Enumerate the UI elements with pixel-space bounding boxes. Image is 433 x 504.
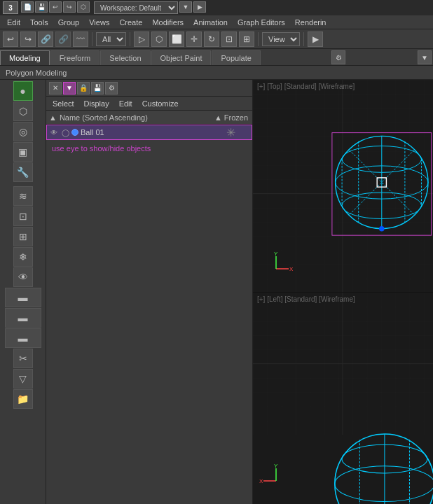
small-rect-btn[interactable]: ▬ (5, 328, 41, 348)
svg-point-15 (379, 226, 385, 232)
object-properties-btn[interactable]: ⊡ (13, 206, 33, 226)
render-icon[interactable]: ◯ (60, 127, 70, 137)
separator3 (258, 32, 259, 46)
redo-btn[interactable]: ↪ (63, 1, 76, 13)
tab-arrow-btn[interactable]: ▼ (418, 50, 432, 64)
workspace-more-btn[interactable]: ▶ (193, 1, 206, 13)
row-object-name: Ball 01 (81, 128, 209, 136)
filter-panel-btn[interactable]: ▽ (13, 369, 33, 388)
explorer-edit-menu[interactable]: Edit (116, 98, 136, 109)
motion-btn[interactable]: ◎ (13, 122, 33, 141)
separator2 (130, 32, 130, 46)
grid-btn[interactable]: ⊞ (13, 227, 33, 246)
menu-rendering[interactable]: Renderin (291, 17, 331, 28)
close-explorer-btn[interactable]: ✕ (49, 82, 62, 94)
menu-tools[interactable]: Tools (26, 17, 53, 28)
explorer-display-menu[interactable]: Display (81, 98, 113, 109)
undo-toolbar-btn[interactable]: ↩ (3, 31, 18, 47)
hierarchy-btn[interactable]: ⬡ (13, 102, 33, 121)
menu-views[interactable]: Views (85, 17, 114, 28)
axis-gizmo-left: X Y (259, 463, 294, 498)
main-toolbar: ↩ ↪ 🔗 🔗 〰 All ▷ ⬡ ⬜ ✛ ↻ ⊡ ⊞ View ▶ (0, 29, 433, 49)
tab-selection[interactable]: Selection (100, 50, 150, 65)
bind-btn[interactable]: 〰 (73, 31, 88, 47)
save-explorer-btn[interactable]: 💾 (91, 82, 104, 94)
workspace-expand-btn[interactable]: ▼ (179, 1, 192, 13)
redo-toolbar-btn[interactable]: ↪ (20, 31, 36, 47)
undo-btn[interactable]: ↩ (49, 1, 62, 13)
mid-rect-btn[interactable]: ▬ (5, 308, 41, 328)
unlink-btn[interactable]: 🔗 (55, 31, 71, 47)
explorer-row-ball01[interactable]: 👁 ◯ Ball 01 ✳ (46, 125, 252, 140)
explorer-list: 👁 ◯ Ball 01 ✳ use eye to show/hide objec… (46, 125, 252, 504)
open-file-btn[interactable]: 📄 (21, 1, 34, 13)
mirror-btn[interactable]: ⊞ (239, 31, 254, 47)
save-file-btn[interactable]: 💾 (35, 1, 48, 13)
menu-create[interactable]: Create (115, 17, 146, 28)
viewport-left[interactable]: [+] [Left] [Standard] [Wireframe] (253, 293, 433, 505)
app-logo: 3 (3, 1, 18, 14)
left-sidebar: ● ⬡ ◎ ▣ 🔧 ≋ ⊡ ⊞ ❄ 👁 ▬ ▬ ▬ ✂ ▽ 📁 (0, 80, 46, 504)
folder-panel-btn[interactable]: 📁 (13, 389, 33, 409)
svg-text:Y: Y (274, 463, 278, 469)
select-region-btn[interactable]: ⬡ (151, 31, 167, 47)
cut-btn[interactable]: ✂ (13, 349, 33, 368)
modifier-list-btn[interactable]: ≋ (13, 186, 33, 206)
rotate-btn[interactable]: ↻ (204, 31, 219, 47)
rect-select-btn[interactable]: ⬜ (169, 31, 184, 47)
scale-btn[interactable]: ⊡ (221, 31, 237, 47)
display-panel-btn[interactable]: ▣ (13, 142, 33, 162)
object-color-dot (71, 129, 78, 136)
move-btn[interactable]: ✛ (186, 31, 202, 47)
workspace-dropdown[interactable]: Workspace: Default (94, 1, 178, 14)
config-explorer-btn[interactable]: ⚙ (105, 82, 118, 94)
axis-gizmo-top: X Y (259, 251, 294, 286)
select-btn[interactable]: ▷ (134, 31, 149, 47)
subtitle-bar: Polygon Modeling (0, 66, 433, 80)
scene-explorer-panel: ✕ ▼ 🔒 💾 ⚙ Select Display Edit Customize … (46, 80, 253, 504)
explorer-menu-bar: Select Display Edit Customize (46, 97, 252, 111)
tab-object-paint[interactable]: Object Paint (151, 50, 212, 65)
utilities-btn[interactable]: 🔧 (13, 162, 33, 182)
tab-bar: Modeling Freeform Selection Object Paint… (0, 49, 433, 66)
link-btn[interactable]: 🔗 (38, 31, 53, 47)
menu-animation[interactable]: Animation (189, 17, 232, 28)
eye-panel-btn[interactable]: 👁 (13, 267, 33, 287)
explorer-toolbar: ✕ ▼ 🔒 💾 ⚙ (46, 80, 252, 97)
tab-populate[interactable]: Populate (212, 50, 260, 65)
filter-dropdown[interactable]: All (96, 32, 126, 46)
explorer-column-header: ▲ Name (Sorted Ascending) ▲ Frozen (46, 111, 252, 125)
menu-bar: Edit Tools Group Views Create Modifiers … (0, 15, 433, 29)
snowflake-btn[interactable]: ❄ (13, 247, 33, 267)
separator1 (92, 32, 92, 46)
main-content: ● ⬡ ◎ ▣ 🔧 ≋ ⊡ ⊞ ❄ 👁 ▬ ▬ ▬ ✂ ▽ 📁 ✕ ▼ 🔒 💾 … (0, 80, 433, 504)
lock-explorer-btn[interactable]: 🔒 (77, 82, 90, 94)
eye-icon[interactable]: 👁 (49, 127, 59, 137)
svg-text:X: X (289, 266, 294, 272)
svg-text:X: X (259, 478, 263, 484)
separator4 (303, 32, 304, 46)
menu-modifiers[interactable]: Modifiers (148, 17, 188, 28)
tab-freeform[interactable]: Freeform (50, 50, 100, 65)
wide-rect-btn[interactable]: ▬ (5, 288, 41, 307)
filter-explorer-btn[interactable]: ▼ (63, 82, 76, 94)
menu-group[interactable]: Group (54, 17, 84, 28)
eye-hint-text: use eye to show/hide objects (46, 140, 252, 157)
more-btn[interactable]: ▶ (308, 31, 323, 47)
viewport-top[interactable]: [+] [Top] [Standard] [Wireframe] (253, 80, 433, 293)
title-bar-buttons: 📄 💾 ↩ ↪ ⬡ Workspace: Default ▼ ▶ (21, 1, 206, 14)
explorer-select-menu[interactable]: Select (49, 98, 78, 109)
column-frozen-label: ▲ Frozen (210, 113, 252, 122)
tab-modeling[interactable]: Modeling (0, 50, 50, 65)
history-btn[interactable]: ⬡ (77, 1, 90, 13)
sort-arrow-icon: ▲ (49, 113, 57, 122)
menu-graph-editors[interactable]: Graph Editors (233, 17, 289, 28)
scene-explorer-btn[interactable]: ● (13, 81, 33, 101)
explorer-customize-menu[interactable]: Customize (139, 98, 182, 109)
menu-edit[interactable]: Edit (3, 17, 25, 28)
view-dropdown[interactable]: View (262, 32, 300, 46)
row-icons: 👁 ◯ (47, 127, 81, 137)
title-bar: 3 📄 💾 ↩ ↪ ⬡ Workspace: Default ▼ ▶ (0, 0, 433, 15)
tab-settings-btn[interactable]: ⚙ (331, 50, 345, 64)
svg-point-27 (335, 465, 433, 501)
